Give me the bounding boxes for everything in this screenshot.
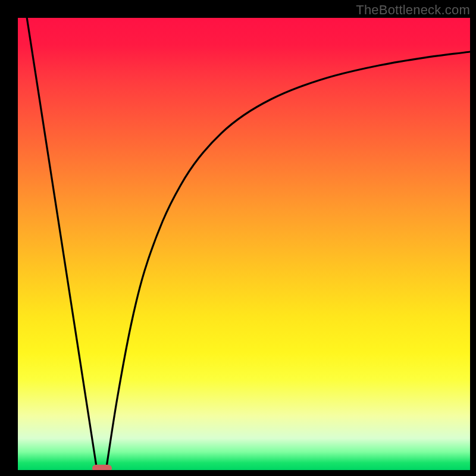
- right-curve-line: [106, 52, 470, 470]
- curve-layer: [18, 18, 470, 470]
- plot-area: [18, 18, 470, 470]
- bottleneck-marker: [92, 465, 112, 470]
- watermark-text: TheBottleneck.com: [356, 2, 470, 18]
- chart-frame: TheBottleneck.com: [0, 0, 476, 476]
- left-descent-line: [27, 18, 97, 470]
